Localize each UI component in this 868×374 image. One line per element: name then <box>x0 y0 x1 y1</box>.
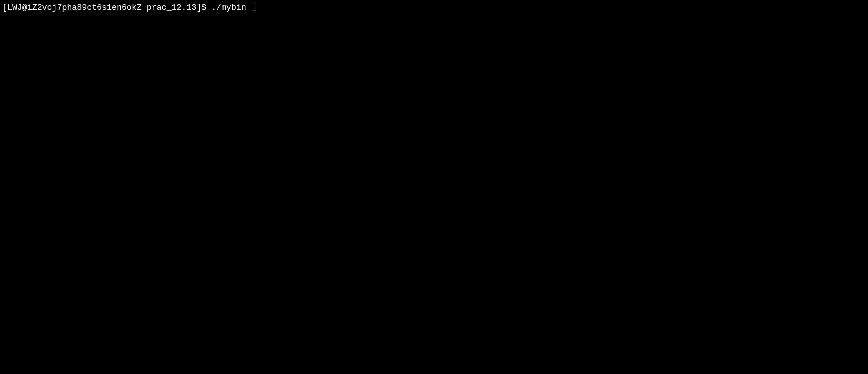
terminal-line[interactable]: [LWJ@iZ2vcj7pha89ct6s1en6okZ prac_12.13]… <box>2 2 866 14</box>
command-text: ./mybin <box>212 3 252 14</box>
cursor-icon <box>252 3 256 11</box>
shell-prompt: [LWJ@iZ2vcj7pha89ct6s1en6okZ prac_12.13]… <box>2 3 212 14</box>
